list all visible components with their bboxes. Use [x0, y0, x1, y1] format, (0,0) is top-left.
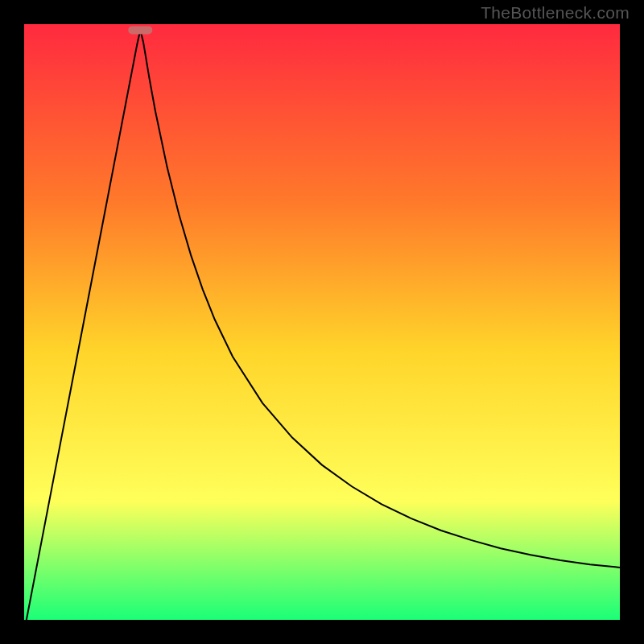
plot-svg — [24, 24, 620, 620]
minimum-marker — [128, 26, 152, 34]
watermark-label: TheBottleneck.com — [481, 3, 630, 23]
chart-frame: TheBottleneck.com — [0, 0, 644, 644]
gradient-background — [24, 24, 620, 620]
plot-area — [24, 24, 620, 620]
